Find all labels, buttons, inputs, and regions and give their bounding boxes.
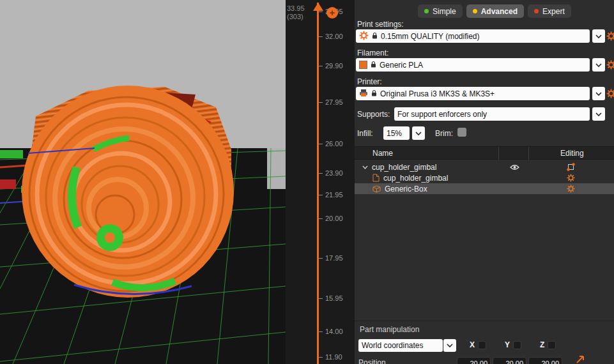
chevron-down-icon [595, 63, 602, 67]
object-row-cup_holder_gimbal[interactable]: cup_holder_gimbal [355, 162, 614, 172]
slider-readout: 33.95 (303) [287, 4, 305, 21]
mode-button-expert[interactable]: Expert [528, 4, 571, 18]
tick-label: 32.00 [325, 33, 343, 40]
slider-current-value: 33.95 [287, 4, 305, 13]
axis-headers: XYZ [470, 340, 575, 349]
coordinate-system-value: World coordinates [362, 341, 424, 350]
slider-tick: 21.95 [319, 191, 343, 199]
brim-checkbox[interactable] [457, 128, 466, 137]
prusaslicer-window: 33.95 (303) + 33.9532.0029.9027.9526.002… [0, 0, 614, 364]
settings-panel: SimpleAdvancedExpert Print settings: 0.1… [355, 0, 614, 364]
tick-mark [319, 258, 323, 259]
lock-icon [371, 61, 376, 70]
printer-dropdown-button[interactable] [592, 87, 605, 100]
layer-slider-handle[interactable] [313, 3, 323, 11]
column-editing: Editing [560, 149, 584, 158]
tick-mark [319, 298, 323, 299]
filament-dropdown-button[interactable] [592, 58, 605, 72]
viewport-3d[interactable] [0, 0, 286, 364]
position-input-x[interactable]: 20.00 [457, 357, 491, 364]
tick-label: 29.90 [325, 62, 343, 70]
axis-label-z: Z [540, 340, 544, 349]
coordinate-system-combo[interactable]: World coordinates [358, 339, 443, 352]
printer-gear-button[interactable] [606, 89, 614, 99]
tick-mark [319, 218, 323, 219]
chevron-down-icon [595, 112, 602, 116]
box-icon [372, 185, 381, 193]
axis-x-icon[interactable] [478, 341, 486, 349]
filament-combo[interactable]: Generic PLA [356, 58, 590, 72]
move-arrow-icon[interactable] [576, 355, 585, 364]
object-name: Generic-Box [385, 185, 427, 193]
mode-switcher: SimpleAdvancedExpert [418, 4, 571, 18]
supports-label: Supports: [357, 110, 390, 119]
eye-icon[interactable] [510, 163, 519, 172]
tick-mark [319, 36, 323, 37]
chevron-down-icon [595, 92, 602, 96]
object-row-cup_holder_gimbal[interactable]: cup_holder_gimbal [355, 172, 614, 183]
tick-label: 21.95 [325, 191, 343, 199]
print-settings-dropdown-button[interactable] [592, 29, 605, 43]
slider-tick: 15.95 [319, 294, 343, 302]
expander-chevron-icon[interactable] [362, 165, 368, 169]
tick-mark [319, 144, 323, 144]
supports-dropdown-button[interactable] [592, 107, 605, 121]
mode-button-simple[interactable]: Simple [418, 4, 463, 18]
column-name: Name [372, 149, 393, 158]
sliced-model-scene [0, 0, 286, 364]
axis-y-icon[interactable] [513, 341, 521, 349]
tick-mark [319, 11, 323, 12]
lock-icon [372, 32, 378, 41]
tick-mark [319, 66, 323, 66]
tick-mark [319, 102, 323, 103]
printer-label: Printer: [357, 77, 382, 86]
brim-label: Brim: [435, 129, 453, 138]
object-row-Generic-Box[interactable]: Generic-Box [355, 183, 614, 194]
mode-button-advanced[interactable]: Advanced [466, 4, 524, 18]
printer-combo[interactable]: Original Prusa i3 MK3S & MK3S+ [356, 87, 590, 100]
print-settings-gear-button[interactable] [606, 31, 614, 42]
edit-box-icon[interactable] [567, 163, 575, 173]
tick-label: 26.00 [325, 140, 343, 148]
slider-current-layer: (303) [287, 13, 305, 21]
gear-icon[interactable] [567, 174, 575, 184]
slider-tick: 23.90 [319, 169, 343, 177]
slider-tick: 17.95 [319, 254, 343, 262]
slider-tick: 32.00 [319, 33, 343, 40]
axis-header-x: X [470, 340, 496, 349]
object-rows: cup_holder_gimbalcup_holder_gimbalGeneri… [355, 162, 614, 194]
slider-tick: 29.90 [319, 62, 343, 70]
volume-icon [372, 174, 380, 182]
tick-mark [319, 195, 323, 195]
tick-label: 11.90 [325, 353, 342, 361]
tick-label: 17.95 [325, 254, 343, 262]
supports-value: For support enforcers only [397, 110, 487, 119]
position-inputs: 20.0020.0020.00 [457, 357, 562, 364]
gear-icon [606, 31, 614, 41]
layer-slider-ticks: 33.9532.0029.9027.9526.0023.9021.9520.00… [286, 0, 355, 364]
object-name: cup_holder_gimbal [383, 174, 448, 183]
print-profile-gear-icon [359, 31, 369, 42]
coordinate-system-dropdown-button[interactable] [443, 339, 456, 352]
filament-value: Generic PLA [380, 61, 423, 70]
mode-dot-icon [473, 9, 477, 13]
axis-z-icon[interactable] [548, 341, 556, 349]
position-input-z[interactable]: 20.00 [528, 357, 562, 364]
print-settings-combo[interactable]: 0.15mm QUALITY (modified) [356, 29, 590, 43]
gear-icon [606, 89, 614, 98]
axis-label-y: Y [505, 340, 510, 349]
infill-dropdown-button[interactable] [412, 126, 425, 140]
position-input-y[interactable]: 20.00 [493, 357, 526, 364]
gear-icon[interactable] [567, 185, 575, 195]
position-label: Position [358, 358, 386, 364]
filament-gear-button[interactable] [606, 60, 614, 70]
axis-header-y: Y [505, 340, 531, 349]
print-settings-value: 0.15mm QUALITY (modified) [381, 32, 480, 41]
filament-label: Filament: [357, 49, 388, 57]
add-color-change-button[interactable]: + [326, 7, 338, 19]
tick-label: 23.90 [325, 169, 343, 177]
supports-combo[interactable]: For support enforcers only [394, 107, 590, 121]
infill-combo[interactable]: 15% [383, 126, 410, 140]
mode-dot-icon [424, 9, 429, 13]
object-name: cup_holder_gimbal [372, 163, 436, 172]
